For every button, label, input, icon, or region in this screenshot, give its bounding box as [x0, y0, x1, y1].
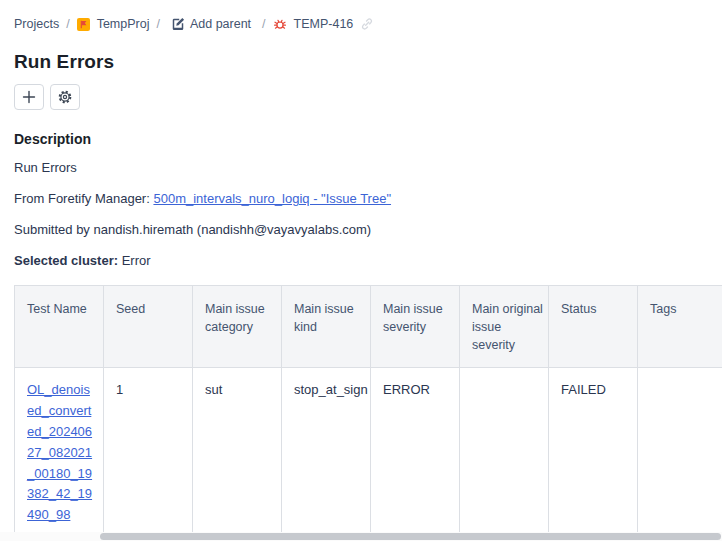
col-header-seed: Seed [104, 286, 193, 368]
toolbar [14, 84, 722, 110]
breadcrumb-separator: / [66, 17, 69, 31]
selected-cluster-label: Selected cluster: [14, 253, 118, 268]
cell-tags [638, 368, 722, 539]
cell-seed: 1 [104, 368, 193, 539]
col-header-tags: Tags [638, 286, 722, 368]
edit-icon [171, 17, 185, 31]
results-table: Test Name Seed Main issue category Main … [14, 285, 722, 541]
cell-status: FAILED [549, 368, 638, 539]
plus-icon [21, 89, 37, 105]
submitted-by-line: Submitted by nandish.hiremath (nandishh@… [14, 222, 722, 237]
col-header-main-issue-category: Main issue category [193, 286, 282, 368]
results-table-container: Test Name Seed Main issue category Main … [14, 285, 722, 541]
table-header-row: Test Name Seed Main issue category Main … [15, 286, 722, 368]
horizontal-scrollbar [0, 532, 722, 541]
add-button[interactable] [14, 84, 44, 110]
horizontal-scrollbar-thumb[interactable] [100, 533, 721, 540]
description-heading: Description [14, 131, 722, 147]
settings-button[interactable] [50, 84, 80, 110]
breadcrumb-projects-link[interactable]: Projects [14, 17, 59, 31]
breadcrumb-issue-key[interactable]: TEMP-416 [294, 17, 354, 31]
test-name-link[interactable]: OL_denoised_converted_20240627_082021_00… [27, 380, 97, 526]
page-title: Run Errors [14, 51, 722, 73]
foretify-manager-prefix: From Foretify Manager: [14, 191, 153, 206]
col-header-main-original-issue-severity: Main original issue severity [460, 286, 549, 368]
project-flag-icon [77, 18, 90, 31]
selected-cluster-line: Selected cluster: Error [14, 253, 722, 268]
cell-main-original-issue-severity [460, 368, 549, 539]
add-parent-button[interactable]: Add parent [167, 15, 255, 33]
gear-icon [57, 89, 73, 105]
breadcrumb-separator: / [262, 17, 265, 31]
breadcrumb-project-link[interactable]: TempProj [97, 17, 150, 31]
cell-main-issue-kind: stop_at_sign [282, 368, 371, 539]
col-header-status: Status [549, 286, 638, 368]
cell-test-name: OL_denoised_converted_20240627_082021_00… [15, 368, 104, 539]
issue-tree-link[interactable]: 500m_intervals_nuro_logiq - "Issue Tree" [153, 191, 391, 206]
bug-icon [273, 17, 287, 31]
cell-main-issue-category: sut [193, 368, 282, 539]
col-header-main-issue-kind: Main issue kind [282, 286, 371, 368]
foretify-manager-line: From Foretify Manager: 500m_intervals_nu… [14, 191, 722, 206]
cell-main-issue-severity: ERROR [371, 368, 460, 539]
add-parent-label: Add parent [190, 17, 251, 31]
breadcrumb: Projects / TempProj / Add parent / [14, 14, 722, 34]
table-row: OL_denoised_converted_20240627_082021_00… [15, 368, 722, 539]
link-icon[interactable] [360, 17, 374, 31]
col-header-main-issue-severity: Main issue severity [371, 286, 460, 368]
breadcrumb-separator: / [156, 17, 159, 31]
col-header-test-name: Test Name [15, 286, 104, 368]
page: Projects / TempProj / Add parent / [0, 0, 722, 541]
description-text: Run Errors [14, 160, 722, 175]
selected-cluster-value: Error [122, 253, 151, 268]
